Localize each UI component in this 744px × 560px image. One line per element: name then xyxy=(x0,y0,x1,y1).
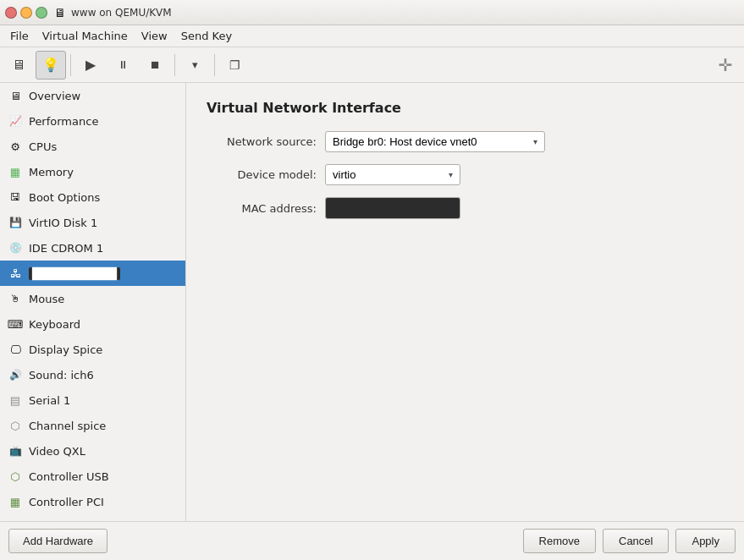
menu-file[interactable]: File xyxy=(3,27,36,45)
chart-icon xyxy=(7,113,24,129)
usb-icon xyxy=(7,468,24,485)
serial-icon xyxy=(7,392,24,409)
network-source-row: Network source: Bridge br0: Host device … xyxy=(207,131,724,152)
sidebar-item-display-spice[interactable]: Display Spice xyxy=(0,337,185,362)
sidebar-label-display-spice: Display Spice xyxy=(29,343,102,356)
sidebar-label-virtio-disk: VirtIO Disk 1 xyxy=(29,217,97,229)
toolbar: 💡 ▶ ⏸ ⏹ ▾ ❐ ✛ xyxy=(0,47,744,83)
boot-icon xyxy=(7,189,24,206)
menubar: File Virtual Machine View Send Key xyxy=(0,25,744,47)
add-hardware-button[interactable]: Add Hardware xyxy=(8,529,107,553)
sidebar-label-serial: Serial 1 xyxy=(29,394,70,407)
mouse-icon xyxy=(7,290,24,307)
sidebar-item-keyboard[interactable]: Keyboard xyxy=(0,311,185,337)
mac-address-value: ██████████████ xyxy=(325,197,460,219)
menu-view[interactable]: View xyxy=(135,27,174,45)
memory-icon xyxy=(7,163,24,180)
sidebar-label-cpus: CPUs xyxy=(29,140,57,153)
sidebar-label-overview: Overview xyxy=(29,90,80,102)
content-area: Virtual Network Interface Network source… xyxy=(186,83,744,521)
titlebar-controls xyxy=(5,7,47,19)
minimize-button[interactable] xyxy=(20,7,32,19)
main-area: Overview Performance CPUs Memory Boot Op… xyxy=(0,83,744,521)
keyboard-icon xyxy=(7,316,24,332)
sidebar-item-cpus[interactable]: CPUs xyxy=(0,134,185,159)
device-model-value: virtio xyxy=(333,168,355,181)
network-source-dropdown[interactable]: Bridge br0: Host device vnet0 ▾ xyxy=(325,131,545,152)
toolbar-separator-1 xyxy=(70,54,71,76)
sidebar-item-controller-pci[interactable]: Controller PCI xyxy=(0,489,185,514)
network-source-arrow: ▾ xyxy=(533,137,537,146)
play-button[interactable]: ▶ xyxy=(75,51,106,80)
move-icon: ✛ xyxy=(719,55,733,75)
device-model-dropdown[interactable]: virtio ▾ xyxy=(325,164,460,185)
sidebar-item-ide-cdrom[interactable]: IDE CDROM 1 xyxy=(0,235,185,261)
dropdown-icon: ▾ xyxy=(192,58,198,71)
sidebar-label-controller-pci: Controller PCI xyxy=(29,496,104,508)
bottombar: Add Hardware Remove Cancel Apply xyxy=(0,521,744,560)
sidebar-item-net-active[interactable]: 🖧 ██████████ xyxy=(0,261,185,286)
cancel-button[interactable]: Cancel xyxy=(603,529,669,553)
close-button[interactable] xyxy=(5,7,17,19)
screen-button[interactable] xyxy=(3,51,34,80)
mac-address-label: MAC address: xyxy=(207,202,325,215)
sidebar-label-channel-spice: Channel spice xyxy=(29,420,106,432)
display-icon xyxy=(7,341,24,358)
maximize-button[interactable] xyxy=(36,7,47,19)
sidebar-item-video-qxl[interactable]: Video QXL xyxy=(0,438,185,464)
move-button[interactable]: ✛ xyxy=(710,51,741,80)
network-source-value: Bridge br0: Host device vnet0 xyxy=(333,135,477,148)
ide-icon xyxy=(7,519,24,521)
sidebar-label-net-active: ██████████ xyxy=(29,267,120,280)
sidebar-label-video-qxl: Video QXL xyxy=(29,445,85,458)
toolbar-separator-3 xyxy=(214,54,215,76)
device-model-control: virtio ▾ xyxy=(325,164,460,185)
dropdown-button[interactable]: ▾ xyxy=(179,51,210,80)
disk-icon xyxy=(7,214,24,231)
sidebar-label-memory: Memory xyxy=(29,166,74,178)
device-model-arrow: ▾ xyxy=(449,170,453,179)
screen-icon xyxy=(12,58,25,73)
sidebar-item-controller-ide[interactable]: Controller IDE xyxy=(0,514,185,521)
cpu-icon xyxy=(7,138,24,155)
sidebar-item-controller-usb[interactable]: Controller USB xyxy=(0,464,185,489)
sidebar-label-performance: Performance xyxy=(29,115,98,128)
mac-address-control: ██████████████ xyxy=(325,197,460,219)
sidebar-label-boot-options: Boot Options xyxy=(29,191,100,204)
menu-virtual-machine[interactable]: Virtual Machine xyxy=(36,27,135,45)
bulb-button[interactable]: 💡 xyxy=(36,51,66,80)
stop-button[interactable]: ⏹ xyxy=(140,51,170,80)
stop-icon: ⏹ xyxy=(150,58,161,71)
sidebar-item-overview[interactable]: Overview xyxy=(0,83,185,108)
menu-send-key[interactable]: Send Key xyxy=(174,27,239,45)
sidebar-item-serial[interactable]: Serial 1 xyxy=(0,387,185,413)
bulb-icon: 💡 xyxy=(42,57,59,73)
sidebar-label-ide-cdrom: IDE CDROM 1 xyxy=(29,242,103,255)
sidebar-label-keyboard: Keyboard xyxy=(29,318,80,331)
play-icon: ▶ xyxy=(85,57,96,73)
sidebar-label-controller-usb: Controller USB xyxy=(29,470,109,483)
sidebar-item-boot-options[interactable]: Boot Options xyxy=(0,184,185,210)
device-model-row: Device model: virtio ▾ xyxy=(207,164,724,185)
net-icon: 🖧 xyxy=(7,265,24,282)
clone-button[interactable]: ❐ xyxy=(219,51,250,80)
device-model-label: Device model: xyxy=(207,168,325,181)
sidebar-item-channel-spice[interactable]: Channel spice xyxy=(0,413,185,438)
apply-button[interactable]: Apply xyxy=(675,529,736,553)
sidebar-item-performance[interactable]: Performance xyxy=(0,108,185,134)
sidebar-item-mouse[interactable]: Mouse xyxy=(0,286,185,311)
sidebar-item-sound[interactable]: Sound: ich6 xyxy=(0,362,185,387)
network-source-label: Network source: xyxy=(207,135,325,148)
sidebar-item-memory[interactable]: Memory xyxy=(0,159,185,184)
network-source-control: Bridge br0: Host device vnet0 ▾ xyxy=(325,131,545,152)
sidebar: Overview Performance CPUs Memory Boot Op… xyxy=(0,83,186,521)
mac-address-row: MAC address: ██████████████ xyxy=(207,197,724,219)
titlebar: 🖥 www on QEMU/KVM xyxy=(0,0,744,25)
sidebar-item-virtio-disk[interactable]: VirtIO Disk 1 xyxy=(0,210,185,235)
remove-button[interactable]: Remove xyxy=(523,529,596,553)
monitor-icon xyxy=(7,87,24,104)
titlebar-title: www on QEMU/KVM xyxy=(71,7,172,19)
cdrom-icon xyxy=(7,239,24,256)
pause-button[interactable]: ⏸ xyxy=(107,51,138,80)
sidebar-label-mouse: Mouse xyxy=(29,293,64,305)
